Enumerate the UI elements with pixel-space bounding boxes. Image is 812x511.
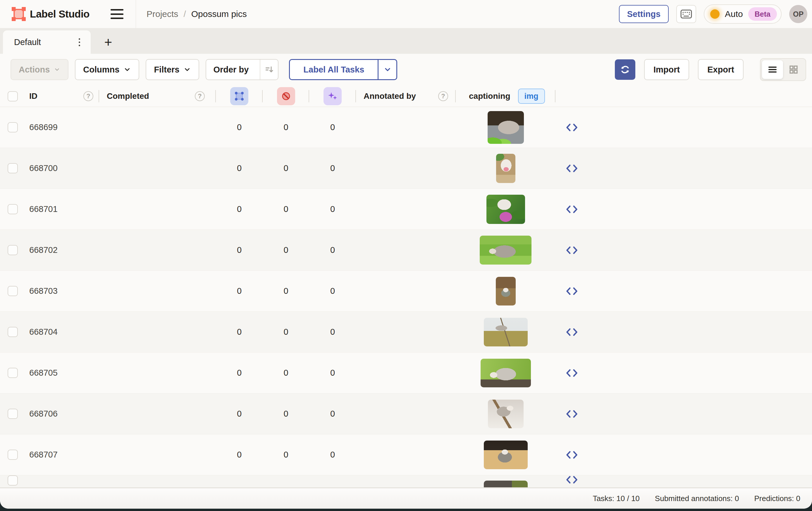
- completed-cell: [99, 189, 216, 230]
- show-source-button[interactable]: [555, 189, 588, 230]
- sort-icon[interactable]: [260, 60, 278, 80]
- breadcrumb-current-project: Opossum pics: [191, 9, 247, 19]
- row-filler: [588, 148, 812, 188]
- show-source-button[interactable]: [555, 271, 588, 311]
- row-checkbox[interactable]: [8, 245, 18, 255]
- help-icon[interactable]: ?: [195, 91, 205, 101]
- column-header-completed[interactable]: Completed: [107, 91, 149, 101]
- import-button[interactable]: Import: [644, 59, 689, 80]
- columns-button[interactable]: Columns: [75, 59, 139, 80]
- refresh-button[interactable]: [615, 59, 635, 80]
- row-checkbox[interactable]: [8, 368, 18, 378]
- row-filler: [588, 230, 812, 270]
- task-image-thumbnail[interactable]: [481, 359, 531, 387]
- settings-button[interactable]: Settings: [619, 5, 669, 23]
- table-row[interactable]: 668701 0 0 0: [0, 189, 812, 230]
- show-source-button[interactable]: [555, 230, 588, 270]
- tab-options-kebab-icon[interactable]: [77, 36, 82, 48]
- table-row[interactable]: 668702 0 0 0: [0, 230, 812, 271]
- show-source-button[interactable]: [555, 434, 588, 475]
- column-header-captioning[interactable]: captioning: [469, 91, 511, 101]
- task-image-thumbnail[interactable]: [484, 481, 528, 488]
- task-image-thumbnail[interactable]: [488, 400, 524, 428]
- predictions-count: 0: [309, 312, 356, 352]
- filters-button[interactable]: Filters: [146, 59, 199, 80]
- row-checkbox[interactable]: [8, 204, 18, 214]
- row-checkbox[interactable]: [8, 122, 18, 132]
- add-tab-button[interactable]: +: [100, 34, 116, 50]
- table-row[interactable]: 668705 0 0 0: [0, 353, 812, 393]
- table-row[interactable]: 668706 0 0 0: [0, 393, 812, 434]
- column-header-id[interactable]: ID: [29, 91, 37, 101]
- completed-cell: [99, 230, 216, 270]
- source-code-icon: [566, 328, 578, 336]
- label-all-tasks-button[interactable]: Label All Tasks: [289, 59, 397, 80]
- row-filler: [588, 312, 812, 352]
- task-image-thumbnail[interactable]: [487, 195, 525, 224]
- hamburger-menu-icon[interactable]: [111, 9, 123, 19]
- breadcrumb-projects[interactable]: Projects: [147, 9, 178, 19]
- row-checkbox[interactable]: [8, 450, 18, 460]
- list-view-button[interactable]: [762, 60, 783, 79]
- help-icon[interactable]: ?: [438, 91, 448, 101]
- task-image-thumbnail[interactable]: [484, 318, 528, 347]
- cancelled-count: 0: [263, 271, 309, 311]
- annotated-by-cell: [356, 189, 456, 230]
- row-checkbox[interactable]: [8, 286, 18, 296]
- table-row[interactable]: 668704 0 0 0: [0, 312, 812, 353]
- cancelled-count: 0: [263, 230, 309, 270]
- table-row[interactable]: 668700 0 0 0: [0, 148, 812, 189]
- show-source-button[interactable]: [555, 107, 588, 148]
- annotations-count-column-icon[interactable]: [230, 87, 248, 105]
- cancelled-count: 0: [263, 434, 309, 475]
- task-image-thumbnail[interactable]: [488, 111, 524, 144]
- column-header-annotated-by[interactable]: Annotated by: [364, 91, 416, 101]
- actions-button[interactable]: Actions: [10, 59, 68, 80]
- task-image-thumbnail[interactable]: [484, 441, 528, 469]
- row-checkbox[interactable]: [8, 475, 18, 486]
- show-source-button[interactable]: [555, 312, 588, 352]
- grid-view-button[interactable]: [783, 60, 804, 79]
- row-checkbox[interactable]: [8, 409, 18, 419]
- user-avatar[interactable]: OP: [789, 5, 807, 23]
- annotated-by-cell: [356, 475, 456, 488]
- cancelled-annotations-column-icon[interactable]: [277, 87, 295, 105]
- cancelled-count: 0: [263, 189, 309, 230]
- annotated-by-cell: [356, 271, 456, 311]
- keyboard-shortcuts-button[interactable]: [676, 5, 696, 23]
- task-image-thumbnail[interactable]: [496, 154, 515, 183]
- export-button[interactable]: Export: [698, 59, 744, 80]
- predictions-column-icon[interactable]: [323, 87, 342, 105]
- tab-default[interactable]: Default: [3, 30, 91, 54]
- table-row[interactable]: 668707 0 0 0: [0, 434, 812, 475]
- select-all-checkbox[interactable]: [8, 91, 18, 101]
- show-source-button[interactable]: [555, 393, 588, 434]
- task-id: 668705: [29, 368, 58, 378]
- header-divider: [136, 0, 136, 28]
- table-row[interactable]: 668699 0 0 0: [0, 107, 812, 148]
- auto-mode-toggle[interactable]: Auto Beta: [704, 4, 782, 24]
- row-filler: [588, 393, 812, 434]
- order-by-button[interactable]: Order by: [206, 59, 279, 80]
- help-icon[interactable]: ?: [83, 91, 93, 101]
- app-logo[interactable]: Label Studio: [12, 7, 89, 21]
- predictions-count: 0: [309, 148, 356, 188]
- source-code-icon: [566, 410, 578, 418]
- keyboard-icon: [680, 9, 692, 19]
- toolbar: Actions Columns Filters Order by: [0, 54, 812, 85]
- label-all-tasks-dropdown[interactable]: [378, 60, 396, 79]
- completed-cell: [99, 107, 216, 148]
- row-checkbox[interactable]: [8, 327, 18, 337]
- task-id: 668701: [29, 204, 58, 214]
- show-source-button[interactable]: [555, 475, 588, 488]
- table-row[interactable]: [0, 475, 812, 488]
- completed-cell: [99, 271, 216, 311]
- status-bar: Tasks: 10 / 10 Submitted annotations: 0 …: [0, 488, 812, 509]
- show-source-button[interactable]: [555, 148, 588, 188]
- task-image-thumbnail[interactable]: [496, 277, 516, 305]
- table-row[interactable]: 668703 0 0 0: [0, 271, 812, 312]
- task-image-thumbnail[interactable]: [480, 236, 531, 265]
- show-source-button[interactable]: [555, 353, 588, 393]
- row-checkbox[interactable]: [8, 163, 18, 173]
- auto-status-dot: [710, 9, 720, 19]
